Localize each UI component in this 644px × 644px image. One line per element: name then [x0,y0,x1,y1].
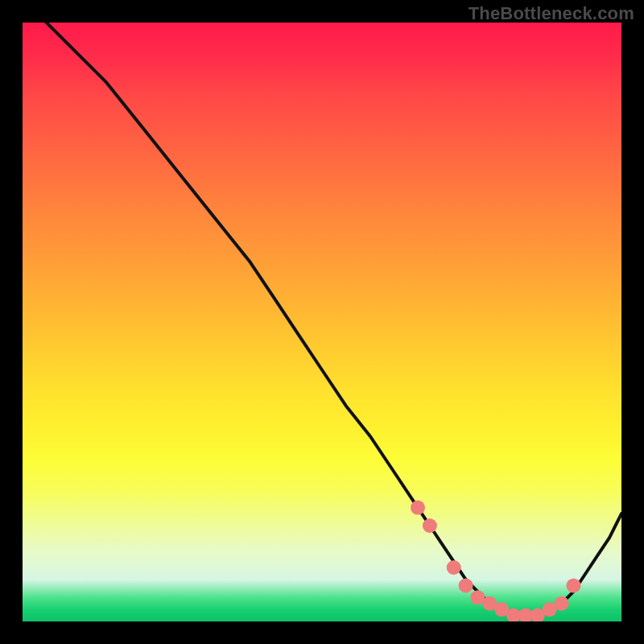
curve-overlay [23,23,621,621]
sweet-spot-dot [459,578,473,592]
sweet-spot-dot [555,597,569,611]
sweet-spot-dot [423,518,437,533]
sweet-spot-dot [567,578,581,592]
sweet-spot-dot [447,560,461,575]
watermark-text: TheBottleneck.com [469,3,634,24]
sweet-spot-dot [411,501,425,515]
plot-area [23,23,621,621]
chart-frame: TheBottleneck.com [0,0,644,644]
bottleneck-curve [23,23,621,616]
sweet-spot-dots [411,501,581,621]
